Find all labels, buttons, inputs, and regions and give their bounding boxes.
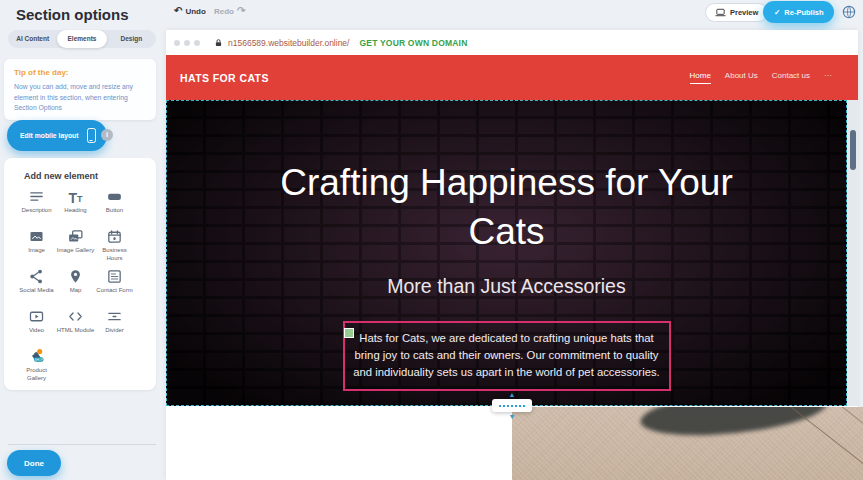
page-title: Section options	[16, 6, 129, 23]
hero-paragraph: Hats for Cats, we are dedicated to craft…	[353, 332, 659, 378]
html-module-icon	[67, 308, 84, 325]
divider-icon	[106, 308, 123, 325]
lock-icon	[214, 38, 223, 48]
hero-section[interactable]: Crafting Happiness for Your Cats More th…	[166, 100, 847, 406]
info-icon[interactable]: i	[101, 129, 113, 141]
phone-icon	[87, 128, 96, 143]
svg-text:SHOP: SHOP	[34, 358, 43, 362]
edit-mobile-layout-label: Edit mobile layout	[20, 132, 79, 139]
nav-item-contact-us[interactable]: Contact us	[772, 71, 810, 84]
preview-button[interactable]: Preview	[705, 3, 768, 22]
element-tile-video[interactable]: Video	[17, 308, 56, 348]
nav-item-about-us[interactable]: About Us	[725, 71, 758, 84]
tab-ai-content[interactable]: AI Content	[8, 30, 57, 48]
undo-button[interactable]: ↶ Undo	[174, 6, 206, 16]
element-tile-heading[interactable]: TT Heading	[56, 188, 95, 228]
nav-more-menu[interactable]: ···	[824, 71, 832, 84]
next-section-image[interactable]	[512, 407, 863, 480]
window-dot	[174, 40, 180, 46]
site-url: n1566589.websitebuilder.online/	[228, 38, 349, 48]
window-dot	[194, 40, 200, 46]
button-icon	[106, 188, 123, 205]
element-tile-product-gallery[interactable]: SHOP Product Gallery	[17, 348, 56, 388]
element-tile-button[interactable]: Button	[95, 188, 134, 228]
add-new-element-title: Add new element	[24, 171, 156, 181]
laptop-icon	[715, 7, 726, 18]
hero-subheading[interactable]: More than Just Accessories	[167, 275, 846, 298]
language-globe-button[interactable]	[841, 4, 857, 20]
resize-arrow-down-icon: ▼	[489, 413, 535, 420]
selection-handle[interactable]	[344, 328, 354, 338]
element-tile-image-gallery[interactable]: Image Gallery	[56, 228, 95, 268]
resize-grip[interactable]	[492, 399, 532, 412]
tip-body: Now you can add, move and resize any ele…	[14, 82, 146, 114]
tip-of-the-day-card: Tip of the day: Now you can add, move an…	[4, 59, 156, 120]
hero-heading[interactable]: Crafting Happiness for Your Cats	[261, 158, 753, 256]
preview-scrollbar	[847, 100, 858, 406]
map-icon	[67, 268, 84, 285]
product-gallery-icon: SHOP	[28, 348, 45, 365]
done-button[interactable]: Done	[7, 450, 61, 476]
element-tile-business-hours[interactable]: Business Hours	[95, 228, 134, 268]
check-icon: ✓	[774, 8, 780, 17]
site-preview-window: n1566589.websitebuilder.online/ GET YOUR…	[166, 30, 858, 480]
nav-item-home[interactable]: Home	[690, 71, 711, 84]
heading-icon: TT	[68, 188, 82, 205]
element-tile-contact-form[interactable]: Contact Form	[95, 268, 134, 308]
tab-elements[interactable]: Elements	[57, 30, 106, 48]
dotted-grip-icon	[499, 405, 525, 407]
edit-mobile-layout-button[interactable]: Edit mobile layout	[7, 120, 107, 151]
element-tile-social-media[interactable]: Social Media	[17, 268, 56, 308]
panel-tabs: AI Content Elements Design	[8, 30, 156, 48]
globe-icon	[841, 4, 857, 20]
tip-title: Tip of the day:	[14, 68, 146, 77]
element-tile-image[interactable]: Image	[17, 228, 56, 268]
republish-button[interactable]: ✓ Re-Publish	[763, 1, 834, 23]
tab-design[interactable]: Design	[107, 30, 156, 48]
browser-bar: n1566589.websitebuilder.online/ GET YOUR…	[166, 30, 858, 55]
site-nav: Home About Us Contact us ···	[690, 71, 833, 84]
contact-form-icon	[106, 268, 123, 285]
get-your-own-domain-link[interactable]: GET YOUR OWN DOMAIN	[359, 38, 467, 48]
site-header: HATS FOR CATS Home About Us Contact us ·…	[166, 55, 858, 100]
description-icon	[28, 188, 45, 205]
section-options-panel: Section options AI Content Elements Desi…	[0, 0, 166, 480]
sidebar-divider	[8, 444, 156, 445]
image-icon	[28, 228, 45, 245]
image-gallery-icon	[67, 228, 84, 245]
image-shadow	[638, 407, 829, 443]
add-new-element-card: Add new element Description TT Heading B…	[4, 158, 156, 390]
element-tile-description[interactable]: Description	[17, 188, 56, 228]
element-tile-divider[interactable]: Divider	[95, 308, 134, 348]
undo-icon: ↶	[174, 6, 182, 16]
window-dot	[184, 40, 190, 46]
element-tile-html-module[interactable]: HTML Module	[56, 308, 95, 348]
resize-arrow-up-icon: ▲	[489, 391, 535, 398]
paragraph-element-selected[interactable]: Hats for Cats, we are dedicated to craft…	[343, 321, 671, 391]
redo-icon: ↷	[237, 6, 245, 16]
social-media-icon	[28, 268, 45, 285]
section-resize-handle[interactable]: ▲ ▼	[489, 391, 535, 420]
element-grid: Description TT Heading Button Image Imag…	[17, 188, 156, 388]
scrollbar-thumb[interactable]	[850, 130, 856, 170]
element-tile-map[interactable]: Map	[56, 268, 95, 308]
site-logo[interactable]: HATS FOR CATS	[180, 72, 269, 84]
business-hours-icon	[106, 228, 123, 245]
redo-button[interactable]: Redo ↷	[214, 6, 245, 16]
video-icon	[28, 308, 45, 325]
